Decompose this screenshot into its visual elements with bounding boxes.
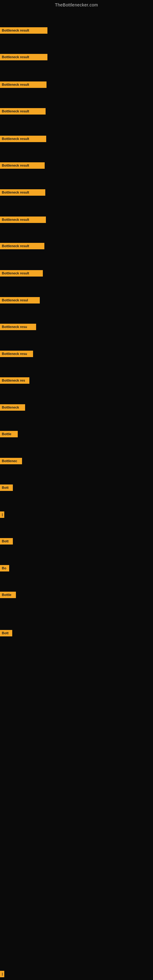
bottleneck-bar-10: Bottleneck result — [0, 270, 43, 277]
bottleneck-bar-9: Bottleneck result — [0, 243, 45, 249]
bottleneck-bar-6: Bottleneck result — [0, 162, 45, 169]
bottleneck-bar-22: Bottle — [0, 592, 16, 598]
bottleneck-bar-row-9: Bottleneck result — [0, 243, 45, 250]
bottleneck-bar-row-24: | — [0, 971, 4, 978]
bottleneck-bar-row-3: Bottleneck result — [0, 81, 46, 89]
bottleneck-bar-21: Bo — [0, 565, 9, 571]
bottleneck-bar-7: Bottleneck result — [0, 189, 45, 196]
bottleneck-bar-12: Bottleneck resu — [0, 324, 36, 330]
bottleneck-bar-4: Bottleneck result — [0, 108, 46, 115]
bottleneck-bar-row-16: Bottle — [0, 431, 18, 439]
bottleneck-bar-row-7: Bottleneck result — [0, 189, 45, 197]
bottleneck-bar-row-5: Bottleneck result — [0, 136, 46, 143]
bottleneck-bar-row-13: Bottleneck resu — [0, 351, 33, 358]
bottleneck-bar-row-12: Bottleneck resu — [0, 324, 36, 331]
bottleneck-bar-row-2: Bottleneck result — [0, 54, 48, 62]
bottleneck-bar-row-17: Bottlenec — [0, 458, 22, 466]
bottleneck-bar-5: Bottleneck result — [0, 136, 46, 142]
bottleneck-bar-2: Bottleneck result — [0, 54, 48, 60]
bottleneck-bar-row-14: Bottleneck res — [0, 377, 29, 385]
bottleneck-bar-3: Bottleneck result — [0, 81, 46, 88]
bottleneck-bar-16: Bottle — [0, 431, 18, 438]
bottleneck-bar-20: Bott — [0, 538, 13, 544]
bottleneck-bar-row-23: Bott — [0, 630, 12, 638]
bottleneck-bar-row-11: Bottleneck resul — [0, 297, 40, 305]
bottleneck-bar-row-21: Bo — [0, 565, 9, 573]
bottleneck-bar-17: Bottlenec — [0, 458, 22, 464]
bottleneck-bar-row-22: Bottle — [0, 592, 16, 599]
bottleneck-bar-row-4: Bottleneck result — [0, 108, 46, 116]
bottleneck-bar-row-19: | — [0, 511, 4, 519]
bottleneck-bar-13: Bottleneck resu — [0, 351, 33, 357]
bottleneck-bar-19: | — [0, 511, 4, 518]
bottleneck-bar-row-1: Bottleneck result — [0, 27, 48, 35]
bottleneck-bar-row-18: Bott — [0, 485, 13, 492]
bottleneck-bar-18: Bott — [0, 485, 13, 491]
bottleneck-bar-row-10: Bottleneck result — [0, 270, 43, 278]
bottleneck-bar-row-6: Bottleneck result — [0, 162, 45, 170]
bottleneck-bar-24: | — [0, 971, 4, 977]
bottleneck-bar-8: Bottleneck result — [0, 216, 46, 223]
bottleneck-bar-15: Bottleneck — [0, 404, 25, 411]
bottleneck-bar-row-20: Bott — [0, 538, 13, 546]
bottleneck-bar-23: Bott — [0, 630, 12, 636]
bottleneck-bar-row-15: Bottleneck — [0, 404, 25, 412]
bottleneck-bar-row-8: Bottleneck result — [0, 216, 46, 224]
bottleneck-bar-14: Bottleneck res — [0, 377, 29, 384]
site-title: TheBottlenecker.com — [0, 0, 153, 10]
bottleneck-bar-1: Bottleneck result — [0, 27, 48, 34]
bottleneck-bar-11: Bottleneck resul — [0, 297, 40, 304]
